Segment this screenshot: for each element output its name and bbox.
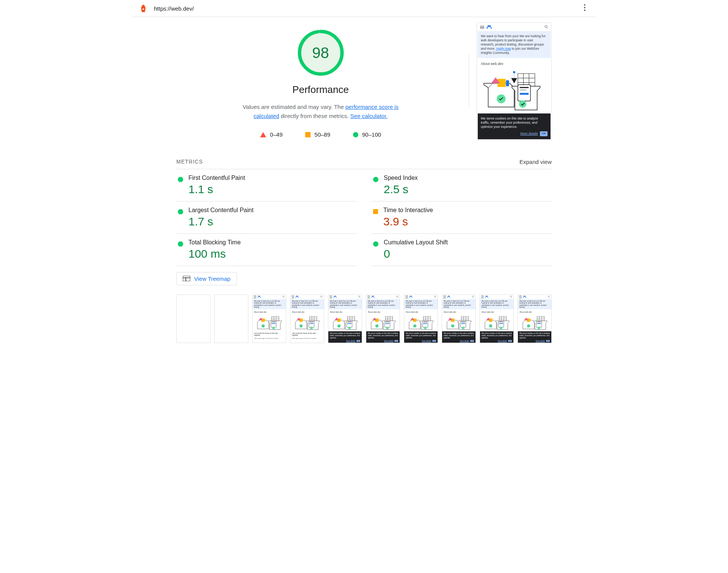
preview-illustration bbox=[481, 69, 548, 111]
svg-point-36 bbox=[262, 324, 265, 328]
filmstrip-frame[interactable] bbox=[214, 294, 248, 343]
svg-rect-39 bbox=[271, 323, 276, 324]
score-legend: 0–49 50–89 90–100 bbox=[176, 131, 465, 138]
filmstrip-frame[interactable]: We want to hear from you! We are looking… bbox=[366, 294, 400, 343]
metric-name: Largest Contentful Paint bbox=[188, 207, 254, 214]
header-bar: https://web.dev/ bbox=[133, 0, 595, 17]
svg-point-83 bbox=[435, 296, 436, 297]
filmstrip: We want to hear from you! We are looking… bbox=[176, 294, 552, 354]
metric-row: Speed Index2.5 s bbox=[372, 169, 552, 201]
preview-about: About web.dev bbox=[481, 62, 548, 66]
fail-icon bbox=[260, 132, 266, 137]
metric-row: Cumulative Layout Shift0 bbox=[372, 234, 552, 266]
category-title: Performance bbox=[176, 84, 465, 96]
svg-point-138 bbox=[538, 327, 540, 329]
metric-name: Cumulative Layout Shift bbox=[384, 239, 448, 246]
page-screenshot: We want to hear from you! We are looking… bbox=[477, 22, 552, 140]
filmstrip-frame[interactable]: We want to hear from you! We are looking… bbox=[252, 294, 286, 343]
more-menu-button[interactable] bbox=[580, 3, 589, 14]
svg-point-0 bbox=[584, 4, 585, 6]
svg-point-23 bbox=[519, 101, 527, 108]
svg-rect-67 bbox=[347, 323, 351, 324]
metric-name: Total Blocking Time bbox=[188, 239, 241, 246]
svg-point-82 bbox=[386, 327, 389, 329]
filmstrip-frame[interactable]: We want to hear from you! We are looking… bbox=[518, 294, 552, 343]
svg-rect-108 bbox=[461, 322, 465, 322]
svg-point-92 bbox=[413, 324, 417, 328]
filmstrip-frame[interactable]: We want to hear from you! We are looking… bbox=[442, 294, 476, 343]
svg-point-110 bbox=[462, 327, 464, 329]
svg-point-12 bbox=[513, 71, 515, 73]
svg-point-78 bbox=[375, 324, 379, 328]
svg-line-126 bbox=[549, 297, 550, 298]
svg-point-50 bbox=[300, 324, 303, 328]
metric-status-icon bbox=[373, 177, 378, 196]
svg-line-84 bbox=[436, 297, 436, 298]
svg-rect-80 bbox=[385, 322, 389, 322]
svg-rect-38 bbox=[271, 322, 276, 322]
view-treemap-button[interactable]: View Treemap bbox=[176, 272, 237, 285]
svg-rect-137 bbox=[537, 323, 541, 324]
menu-icon bbox=[480, 26, 484, 29]
metric-status-icon bbox=[373, 209, 378, 228]
filmstrip-frame[interactable] bbox=[176, 294, 210, 343]
svg-point-2 bbox=[584, 9, 585, 11]
svg-rect-66 bbox=[347, 322, 351, 322]
score-description: Values are estimated and may vary. The p… bbox=[237, 102, 404, 121]
svg-point-124 bbox=[500, 327, 502, 329]
expand-view-toggle[interactable]: Expand view bbox=[519, 159, 552, 165]
svg-point-54 bbox=[310, 327, 313, 329]
svg-rect-22 bbox=[520, 93, 529, 95]
score-gauge: 98 bbox=[297, 28, 345, 79]
score-value: 98 bbox=[297, 28, 345, 77]
svg-point-40 bbox=[272, 327, 275, 329]
metric-value: 3.9 s bbox=[383, 215, 433, 228]
metric-name: Speed Index bbox=[384, 175, 418, 181]
svg-point-120 bbox=[489, 324, 493, 328]
svg-marker-14 bbox=[511, 78, 517, 83]
metric-status-icon bbox=[373, 241, 378, 260]
svg-rect-81 bbox=[385, 323, 389, 324]
svg-line-42 bbox=[322, 297, 323, 298]
metric-row: Time to Interactive3.9 s bbox=[372, 201, 552, 234]
vertical-divider bbox=[469, 54, 469, 107]
svg-rect-17 bbox=[506, 80, 509, 87]
svg-point-96 bbox=[424, 327, 427, 329]
svg-rect-95 bbox=[423, 323, 427, 324]
svg-rect-53 bbox=[309, 323, 314, 324]
metric-value: 1.1 s bbox=[188, 183, 245, 196]
filmstrip-frame[interactable]: We want to hear from you! We are looking… bbox=[480, 294, 514, 343]
filmstrip-frame[interactable]: We want to hear from you! We are looking… bbox=[328, 294, 362, 343]
svg-rect-24 bbox=[183, 276, 190, 281]
svg-point-27 bbox=[283, 296, 284, 297]
svg-rect-21 bbox=[520, 90, 527, 90]
svg-point-55 bbox=[359, 296, 360, 297]
metric-row: Total Blocking Time100 ms bbox=[176, 234, 356, 266]
filmstrip-frame[interactable]: We want to hear from you! We are looking… bbox=[290, 294, 324, 343]
svg-rect-109 bbox=[461, 323, 465, 324]
site-logo-icon bbox=[486, 25, 492, 30]
svg-rect-94 bbox=[423, 322, 427, 322]
svg-rect-123 bbox=[499, 323, 503, 324]
search-icon bbox=[544, 25, 548, 30]
svg-point-64 bbox=[337, 324, 341, 328]
metric-row: First Contentful Paint1.1 s bbox=[176, 169, 356, 201]
see-calculator-link[interactable]: See calculator. bbox=[350, 113, 388, 119]
lighthouse-icon bbox=[139, 4, 148, 13]
metrics-grid: First Contentful Paint1.1 sSpeed Index2.… bbox=[176, 169, 552, 266]
metric-status-icon bbox=[178, 241, 183, 260]
svg-line-28 bbox=[284, 297, 285, 298]
metric-name: First Contentful Paint bbox=[188, 175, 245, 181]
svg-point-69 bbox=[397, 296, 398, 297]
svg-rect-136 bbox=[537, 322, 541, 322]
metric-status-icon bbox=[178, 177, 183, 196]
metric-value: 100 ms bbox=[188, 247, 241, 260]
svg-line-70 bbox=[398, 297, 399, 298]
pass-icon bbox=[353, 132, 358, 137]
svg-point-106 bbox=[451, 324, 455, 328]
svg-line-56 bbox=[360, 297, 361, 298]
report-url: https://web.dev/ bbox=[154, 5, 580, 12]
svg-point-125 bbox=[548, 296, 550, 297]
filmstrip-frame[interactable]: We want to hear from you! We are looking… bbox=[404, 294, 438, 343]
metric-value: 0 bbox=[384, 247, 448, 260]
